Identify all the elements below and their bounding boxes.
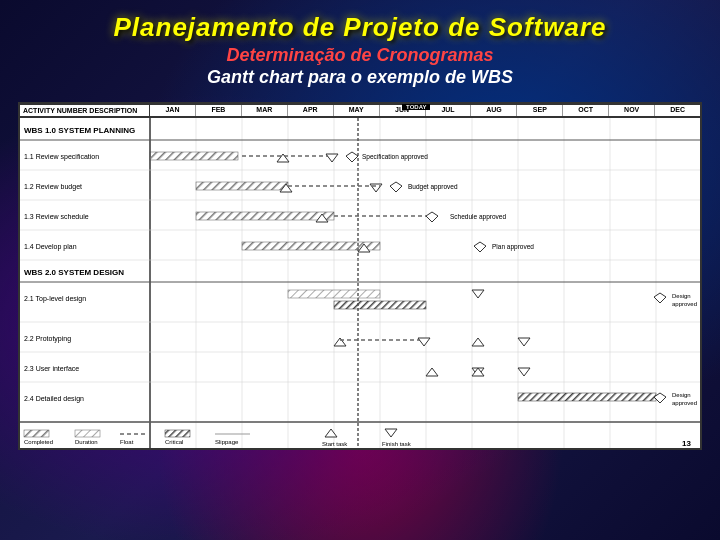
svg-rect-76: [75, 430, 100, 437]
svg-text:Budget approved: Budget approved: [408, 183, 458, 191]
svg-marker-20: [326, 154, 338, 162]
svg-rect-80: [165, 430, 190, 437]
svg-text:Design: Design: [672, 293, 691, 299]
svg-rect-33: [196, 212, 334, 220]
svg-rect-48: [288, 290, 380, 298]
svg-text:Slippage: Slippage: [215, 439, 239, 445]
svg-text:2.1 Top-level design: 2.1 Top-level design: [24, 295, 86, 303]
svg-text:2.3 User interface: 2.3 User interface: [24, 365, 79, 372]
svg-text:WBS 2.0  SYSTEM DESIGN: WBS 2.0 SYSTEM DESIGN: [24, 268, 124, 277]
month-oct: OCT: [563, 105, 609, 116]
svg-marker-59: [472, 338, 484, 346]
month-sep: SEP: [517, 105, 563, 116]
svg-text:2.2 Prototyping: 2.2 Prototyping: [24, 335, 71, 343]
svg-marker-66: [518, 368, 530, 376]
svg-text:Completed: Completed: [24, 439, 53, 445]
svg-text:Schedule approved: Schedule approved: [450, 213, 506, 221]
subtitle1: Determinação de Cronogramas: [0, 45, 720, 66]
svg-marker-58: [418, 338, 430, 346]
svg-rect-25: [196, 182, 288, 190]
month-aug: AUG: [471, 105, 517, 116]
svg-text:Critical: Critical: [165, 439, 183, 445]
svg-rect-17: [150, 152, 238, 160]
months-header: ACTIVITY NUMBER DESCRIPTION JAN FEB MAR …: [20, 105, 700, 118]
svg-text:Specification approved: Specification approved: [362, 153, 428, 161]
month-jan: JAN: [150, 105, 196, 116]
month-dec: DEC: [655, 105, 700, 116]
gantt-chart: TODAY ACTIVITY NUMBER DESCRIPTION JAN FE…: [18, 102, 702, 450]
page-header: Planejamento de Projeto de Software Dete…: [0, 0, 720, 96]
svg-rect-49: [334, 301, 426, 309]
svg-text:1.4 Develop plan: 1.4 Develop plan: [24, 243, 77, 251]
svg-text:1.1 Review specification: 1.1 Review specification: [24, 153, 99, 161]
svg-marker-36: [426, 212, 438, 222]
month-jul: JUL: [426, 105, 472, 116]
svg-marker-22: [346, 152, 358, 162]
svg-marker-30: [390, 182, 402, 192]
svg-marker-42: [474, 242, 486, 252]
today-label: TODAY: [402, 104, 430, 110]
svg-marker-86: [385, 429, 397, 437]
svg-text:Float: Float: [120, 439, 134, 445]
svg-text:1.2 Review budget: 1.2 Review budget: [24, 183, 82, 191]
svg-text:Start task: Start task: [322, 441, 348, 447]
svg-text:WBS 1.0  SYSTEM PLANNING: WBS 1.0 SYSTEM PLANNING: [24, 126, 135, 135]
svg-marker-56: [334, 338, 346, 346]
svg-marker-63: [426, 368, 438, 376]
svg-text:Plan approved: Plan approved: [492, 243, 534, 251]
gantt-svg: WBS 1.0 SYSTEM PLANNING 1.1 Review speci…: [20, 118, 700, 448]
svg-text:approved: approved: [672, 400, 697, 406]
month-feb: FEB: [196, 105, 242, 116]
svg-marker-19: [277, 154, 289, 162]
svg-marker-60: [518, 338, 530, 346]
activity-header: ACTIVITY NUMBER DESCRIPTION: [20, 105, 150, 116]
svg-text:Design: Design: [672, 392, 691, 398]
month-nov: NOV: [609, 105, 655, 116]
svg-rect-40: [242, 242, 380, 250]
month-may: MAY: [334, 105, 380, 116]
svg-text:approved: approved: [672, 301, 697, 307]
svg-text:Finish task: Finish task: [382, 441, 412, 447]
svg-text:13: 13: [682, 439, 691, 448]
svg-marker-50: [472, 290, 484, 298]
svg-text:2.4 Detailed design: 2.4 Detailed design: [24, 395, 84, 403]
main-title: Planejamento de Projeto de Software: [0, 12, 720, 43]
svg-rect-69: [518, 393, 656, 401]
svg-text:1.3 Review schedule: 1.3 Review schedule: [24, 213, 89, 220]
svg-text:Duration: Duration: [75, 439, 98, 445]
subtitle2: Gantt chart para o exemplo de WBS: [0, 67, 720, 88]
month-apr: APR: [288, 105, 334, 116]
svg-rect-74: [24, 430, 49, 437]
svg-marker-84: [325, 429, 337, 437]
month-mar: MAR: [242, 105, 288, 116]
